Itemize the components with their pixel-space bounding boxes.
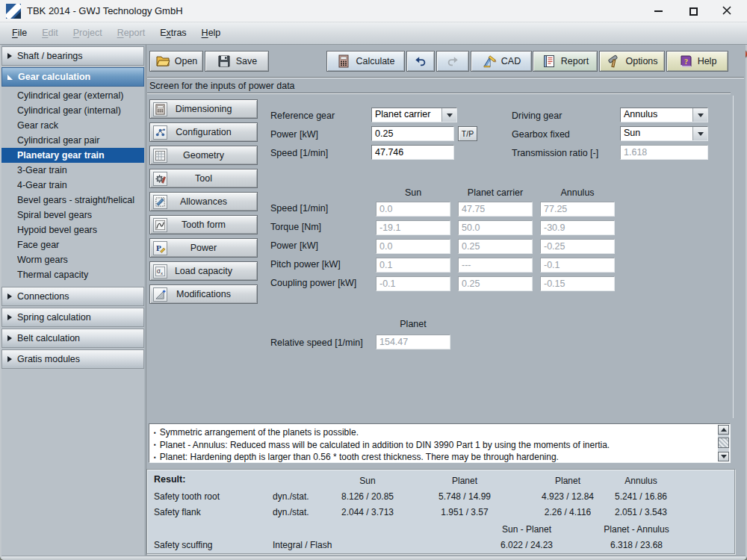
torque-power-toggle-button[interactable]: T/P: [458, 126, 477, 141]
save-floppy-icon: [217, 54, 232, 69]
transmission-ratio-label: Transmission ratio [-]: [512, 148, 598, 158]
panel-button-label: Configuration: [176, 127, 231, 137]
sidebar-section-connections[interactable]: Connections: [1, 287, 144, 306]
matrix-value-output: [458, 258, 533, 273]
panel-button-label: Load capacity: [175, 266, 232, 276]
configuration-button[interactable]: Configuration: [149, 122, 258, 142]
sidebar-item-thermal-capacity[interactable]: Thermal capacity: [1, 267, 144, 282]
dimensioning-button[interactable]: Dimensioning: [149, 99, 258, 119]
report-button[interactable]: Report: [533, 51, 598, 72]
sidebar-item-3-gear-train[interactable]: 3-Gear train: [1, 163, 144, 178]
tooth-form-button[interactable]: Tooth form: [149, 215, 258, 234]
close-icon: [722, 4, 731, 18]
scroll-down-button[interactable]: [718, 452, 729, 461]
svg-text:?: ?: [684, 57, 688, 66]
speed-input[interactable]: [371, 145, 454, 160]
sidebar-item-bevel-gears-straight-helical[interactable]: Bevel gears - straight/helical: [1, 193, 144, 208]
scroll-up-button[interactable]: [718, 425, 729, 435]
help-label: Help: [698, 56, 717, 66]
sidebar-section-shaft-bearings[interactable]: Shaft / bearings: [1, 46, 144, 66]
sidebar-item-face-gear[interactable]: Face gear: [1, 237, 144, 252]
options-button[interactable]: Options: [599, 51, 665, 72]
matrix-value-output: [540, 202, 615, 217]
input-screen-buttons: DimensioningConfigurationGeometryToolAll…: [149, 99, 258, 308]
maximize-icon: [689, 7, 698, 16]
geometry-button[interactable]: Geometry: [149, 146, 258, 165]
menu-extras[interactable]: Extras: [152, 22, 193, 44]
bullet-icon: ▪: [154, 454, 156, 461]
chevron-down-icon[interactable]: [692, 108, 707, 122]
reference-gear-value: Planet carrier: [372, 108, 441, 122]
sidebar-section-gratis-modules[interactable]: Gratis modules: [1, 349, 144, 369]
modifications-button[interactable]: Modifications: [149, 284, 258, 304]
cad-button[interactable]: CAD: [471, 51, 532, 72]
message-scrollbar[interactable]: [718, 425, 729, 461]
matrix-row-label: Speed [1/min]: [270, 203, 328, 214]
sidebar-item-planetary-gear-train[interactable]: Planetary gear train: [1, 148, 144, 163]
sidebar-item-4-gear-train[interactable]: 4-Gear train: [1, 178, 144, 193]
scrollbar-thumb[interactable]: [718, 438, 729, 448]
matrix-value-output: [376, 239, 450, 254]
relative-speed-label: Relative speed [1/min]: [270, 337, 363, 348]
sidebar-section-belt-calculation[interactable]: Belt calculation: [1, 329, 144, 348]
ruler-icon: [153, 195, 167, 209]
driving-gear-select[interactable]: Annulus: [620, 108, 708, 122]
result-column-header: Annulus: [589, 476, 693, 486]
undo-button[interactable]: [406, 51, 435, 72]
messages-box: ▪Symmetric arrangement of the planets is…: [149, 423, 731, 463]
result-value: 6.022 / 24.23: [474, 540, 579, 550]
message-line: ▪Planet: Hardening depth is larger than …: [154, 451, 715, 464]
sidebar-item-cylindrical-gear-pair[interactable]: Cylindrical gear pair: [1, 133, 144, 148]
result-value: 6.318 / 23.68: [584, 540, 689, 550]
result-column-header: Planet: [412, 476, 517, 486]
expand-icon: [7, 293, 12, 299]
message-line: ▪Planet - Annulus: Reduced mass will be …: [154, 439, 715, 452]
help-button[interactable]: ?Help: [666, 51, 728, 72]
allowances-button[interactable]: Allowances: [149, 192, 258, 211]
sigma-icon: σx: [153, 264, 167, 279]
matrix-value-output: [376, 276, 450, 291]
expand-icon: [7, 53, 12, 59]
options-label: Options: [625, 56, 657, 66]
minimize-button[interactable]: [646, 4, 670, 19]
tool-button[interactable]: Tool: [149, 169, 258, 188]
svg-text:x: x: [161, 270, 163, 276]
sidebar-item-gear-rack[interactable]: Gear rack: [1, 118, 144, 133]
sidebar-item-worm-gears[interactable]: Worm gears: [1, 252, 144, 267]
menu-file[interactable]: File: [4, 22, 34, 44]
open-folder-icon: [155, 54, 170, 69]
power-button[interactable]: PPower: [149, 238, 258, 258]
maximize-button[interactable]: [681, 4, 705, 19]
expand-icon: [7, 335, 12, 341]
calculate-button[interactable]: Calculate: [326, 51, 405, 72]
collapse-icon: [7, 75, 13, 80]
planet-column-header: Planet: [368, 319, 458, 329]
gearbox-fixed-label: Gearbox fixed: [512, 129, 570, 140]
open-button[interactable]: Open: [149, 51, 203, 72]
sidebar-section-gear-calculation[interactable]: Gear calculation: [1, 67, 144, 87]
screen-title-separator: [147, 93, 731, 94]
chevron-down-icon[interactable]: [441, 108, 456, 122]
sidebar-item-cylindrical-gear-external[interactable]: Cylindrical gear (external): [1, 88, 144, 103]
gearbox-fixed-select[interactable]: Sun: [620, 126, 708, 141]
module-sidebar: Shaft / bearingsGear calculationCylindri…: [1, 46, 144, 557]
power-input[interactable]: [371, 126, 454, 141]
scroll-up-icon: [721, 428, 727, 432]
close-button[interactable]: [715, 4, 739, 19]
sidebar-item-hypoid-bevel-gears[interactable]: Hypoid bevel gears: [1, 223, 144, 237]
sidebar-item-cylindrical-gear-internal[interactable]: Cylindrical gear (internal): [1, 103, 144, 118]
load-capacity-button[interactable]: σxLoad capacity: [149, 261, 258, 281]
menu-help[interactable]: Help: [194, 22, 229, 44]
reference-gear-select[interactable]: Planet carrier: [371, 108, 457, 122]
matrix-value-output: [458, 276, 533, 291]
result-row-label: Safety flank: [154, 507, 201, 517]
configuration-icon: [153, 125, 167, 140]
matrix-value-output: [376, 202, 450, 217]
chevron-down-icon[interactable]: [692, 127, 707, 140]
save-button[interactable]: Save: [205, 51, 269, 72]
sidebar-section-spring-calculation[interactable]: Spring calculation: [1, 308, 144, 327]
expand-icon: [7, 356, 12, 362]
sidebar-item-spiral-bevel-gears[interactable]: Spiral bevel gears: [1, 208, 144, 223]
result-row-label: Safety scuffing: [154, 540, 213, 550]
menu-bar: FileEditProjectReportExtrasHelp 3D CAD: …: [0, 22, 747, 45]
